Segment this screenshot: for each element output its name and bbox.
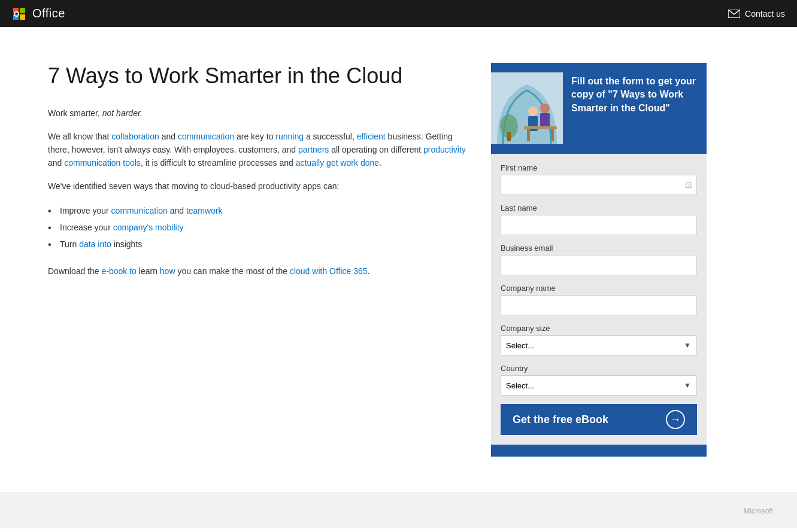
- company-size-group: Company size Select... 1-9 10-49 50-249 …: [501, 324, 697, 355]
- office-logo-text: Office: [32, 7, 65, 20]
- form-area: First name ⊡ Last name Business email Co…: [491, 154, 707, 445]
- company-name-input[interactable]: [501, 295, 697, 315]
- bullet-item-2: Increase your company's mobility: [48, 219, 467, 236]
- svg-text:O: O: [14, 10, 19, 19]
- benefits-list: Improve your communication and teamwork …: [48, 202, 467, 253]
- productivity-link: productivity: [423, 145, 466, 154]
- business-email-input[interactable]: [501, 255, 697, 275]
- svg-rect-14: [524, 126, 557, 129]
- bullet-item-3: Turn data into insights: [48, 236, 467, 253]
- country-group: Country Select... United States United K…: [501, 364, 697, 396]
- office-icon: O: [12, 7, 26, 21]
- company-size-select-wrapper: Select... 1-9 10-49 50-249 250-999 1000+…: [501, 335, 697, 355]
- panel-header: Fill out the form to get your copy of "7…: [491, 63, 707, 154]
- country-select[interactable]: Select... United States United Kingdom C…: [501, 375, 697, 396]
- submit-arrow-icon: →: [666, 410, 685, 429]
- svg-rect-15: [527, 129, 530, 141]
- actually-link: actually get work done: [296, 158, 379, 168]
- submit-label: Get the free eBook: [513, 414, 608, 426]
- svg-rect-16: [551, 129, 554, 141]
- bullet-item-1: Improve your communication and teamwork: [48, 202, 467, 219]
- left-content: 7 Ways to Work Smarter in the Cloud Work…: [48, 63, 467, 278]
- identified-paragraph: We've identified seven ways that moving …: [48, 180, 467, 193]
- contact-us-label: Contact us: [745, 9, 785, 19]
- mail-icon: [728, 10, 740, 18]
- contact-us-link[interactable]: Contact us: [728, 9, 785, 19]
- company-name-group: Company name: [501, 284, 697, 315]
- country-select-wrapper: Select... United States United Kingdom C…: [501, 375, 697, 396]
- panel-tagline: Fill out the form to get your copy of "7…: [571, 72, 697, 115]
- communication-tools-link: communication tools: [64, 158, 141, 168]
- business-email-group: Business email: [501, 244, 697, 275]
- submit-button[interactable]: Get the free eBook →: [501, 404, 697, 435]
- logo-area: O Office: [12, 7, 65, 21]
- first-name-group: First name ⊡: [501, 163, 697, 195]
- partners-link: partners: [298, 145, 329, 154]
- body-paragraph: We all know that collaboration and commu…: [48, 130, 467, 170]
- company-size-select[interactable]: Select... 1-9 10-49 50-249 250-999 1000+: [501, 335, 697, 355]
- page-title: 7 Ways to Work Smarter in the Cloud: [48, 63, 467, 89]
- svg-rect-3: [20, 14, 25, 20]
- last-name-input[interactable]: [501, 215, 697, 235]
- header: O Office Contact us: [0, 0, 797, 27]
- svg-point-10: [528, 107, 538, 116]
- footer-text: Microsoft: [744, 507, 773, 515]
- intro-paragraph: Work smarter, not harder.: [48, 107, 467, 120]
- business-email-label: Business email: [501, 244, 697, 253]
- first-name-input[interactable]: [501, 175, 697, 195]
- svg-rect-9: [507, 132, 511, 141]
- main-wrapper: 7 Ways to Work Smarter in the Cloud Work…: [0, 27, 797, 493]
- last-name-label: Last name: [501, 203, 697, 212]
- first-name-icon: ⊡: [685, 180, 692, 190]
- company-name-label: Company name: [501, 284, 697, 293]
- communication-link: communication: [178, 132, 234, 141]
- svg-point-12: [540, 104, 550, 113]
- efficient-link: efficient: [357, 132, 386, 141]
- panel-thumbnail: [491, 72, 563, 144]
- country-label: Country: [501, 364, 697, 373]
- last-name-group: Last name: [501, 203, 697, 235]
- first-name-label: First name: [501, 163, 697, 172]
- company-size-label: Company size: [501, 324, 697, 333]
- panel-image-row: Fill out the form to get your copy of "7…: [491, 63, 707, 154]
- download-paragraph: Download the e-book to learn how you can…: [48, 265, 467, 278]
- right-panel: Fill out the form to get your copy of "7…: [491, 63, 707, 457]
- collaboration-link: collaboration: [111, 132, 159, 141]
- intro-italic: not harder.: [102, 108, 143, 118]
- running-link: running: [275, 132, 304, 141]
- footer: Microsoft: [0, 493, 797, 528]
- svg-rect-1: [20, 8, 25, 13]
